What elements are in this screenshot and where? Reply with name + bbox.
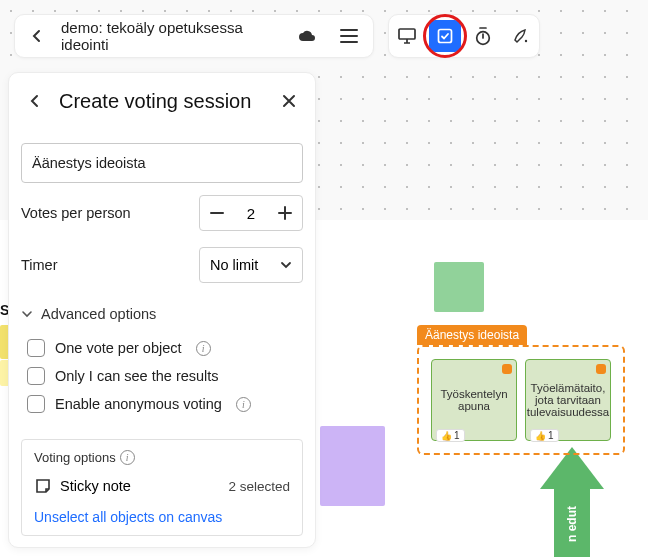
info-icon[interactable]: i	[236, 397, 251, 412]
votes-label: Votes per person	[21, 205, 131, 221]
more-tools-icon[interactable]	[505, 20, 537, 52]
svg-rect-0	[399, 29, 415, 39]
vote-count-badge: 👍1	[530, 429, 559, 442]
selected-count: 2 selected	[228, 479, 290, 494]
checkbox[interactable]	[27, 367, 45, 385]
session-name-input[interactable]	[21, 143, 303, 183]
voting-type-row[interactable]: Sticky note	[34, 477, 131, 495]
option-only-i-see[interactable]: Only I can see the results	[21, 367, 303, 385]
panel-back-button[interactable]	[21, 94, 49, 108]
timer-icon[interactable]	[467, 20, 499, 52]
votes-stepper: 2	[199, 195, 303, 231]
thumb-icon: 👍	[535, 431, 546, 441]
svg-rect-1	[439, 30, 452, 43]
voting-selection-group[interactable]: Äänestys ideoista Työskentelyn apuna 👍1 …	[417, 325, 625, 455]
selection-dot	[596, 364, 606, 374]
arrow-shape[interactable]: n edut	[540, 447, 604, 557]
timer-select[interactable]: No limit	[199, 247, 303, 283]
info-icon[interactable]: i	[120, 450, 135, 465]
panel-title: Create voting session	[59, 90, 265, 113]
sticky-note[interactable]	[434, 262, 484, 312]
board-back-chevron[interactable]	[23, 29, 51, 43]
chevron-down-icon	[280, 261, 292, 269]
svg-point-3	[525, 40, 527, 42]
presentation-toolbar	[388, 14, 540, 58]
vote-count-badge: 👍1	[436, 429, 465, 442]
checkbox[interactable]	[27, 395, 45, 413]
votes-increment[interactable]	[268, 196, 302, 230]
arrow-label: n edut	[565, 506, 579, 542]
voting-icon	[429, 20, 461, 52]
voting-card[interactable]: Työelämätaito, jota tarvitaan tulevaisuu…	[525, 359, 611, 441]
voting-group-chip: Äänestys ideoista	[417, 325, 527, 345]
unselect-all-link[interactable]: Unselect all objects on canvas	[34, 509, 290, 525]
advanced-label: Advanced options	[41, 306, 156, 322]
option-anonymous[interactable]: Enable anonymous voting i	[21, 395, 303, 413]
checkbox[interactable]	[27, 339, 45, 357]
create-voting-panel: Create voting session Votes per person 2…	[8, 72, 316, 548]
voting-options-title: Voting options	[34, 450, 116, 465]
thumb-icon: 👍	[441, 431, 452, 441]
hamburger-menu-icon[interactable]	[333, 20, 365, 52]
votes-decrement[interactable]	[200, 196, 234, 230]
option-one-vote[interactable]: One vote per object i	[21, 339, 303, 357]
close-icon[interactable]	[275, 94, 303, 108]
advanced-toggle[interactable]: Advanced options	[21, 299, 303, 329]
board-title[interactable]: demo: tekoäly opetuksessa ideointi	[61, 19, 281, 53]
info-icon[interactable]: i	[196, 341, 211, 356]
voting-options-card: Voting options i Sticky note 2 selected …	[21, 439, 303, 536]
timer-value: No limit	[210, 257, 258, 273]
present-icon[interactable]	[391, 20, 423, 52]
selection-dot	[502, 364, 512, 374]
voting-button[interactable]	[429, 20, 461, 52]
timer-label: Timer	[21, 257, 58, 273]
board-title-bar: demo: tekoäly opetuksessa ideointi	[14, 14, 374, 58]
sticky-note-icon	[34, 477, 52, 495]
chevron-down-icon	[21, 310, 33, 318]
cloud-sync-icon[interactable]	[291, 20, 323, 52]
voting-card[interactable]: Työskentelyn apuna 👍1	[431, 359, 517, 441]
votes-value: 2	[234, 205, 268, 222]
sticky-note[interactable]	[320, 426, 385, 506]
